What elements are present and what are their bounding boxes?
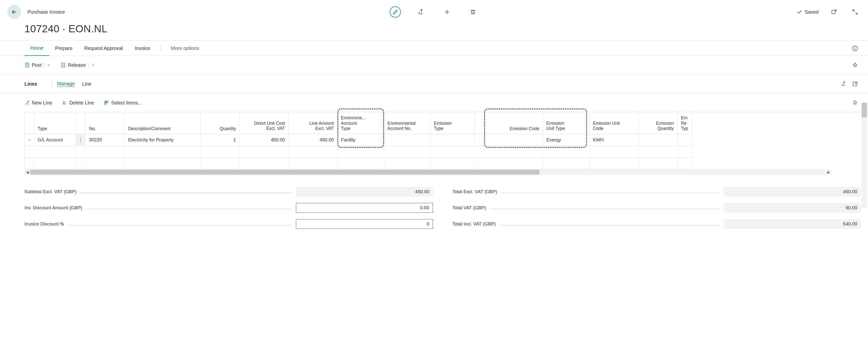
invoice-discount-pct-label: Invoice Discount % [25, 221, 64, 227]
post-label: Post [32, 62, 41, 68]
delete-line-button[interactable]: Delete Line [62, 100, 94, 106]
pin-rowtoolbar[interactable] [849, 97, 861, 108]
share-lines-icon[interactable] [838, 78, 849, 90]
scroll-thumb[interactable] [30, 170, 539, 175]
svg-rect-21 [106, 101, 108, 102]
back-button[interactable] [7, 5, 21, 19]
total-vat-label: Total VAT (GBP) [453, 205, 486, 211]
cell-em-re[interactable] [678, 134, 692, 146]
scroll-right-icon[interactable]: ▶ [826, 170, 832, 174]
row-indicator[interactable]: → [25, 134, 34, 146]
maximize-lines-icon[interactable] [849, 78, 861, 90]
table-row[interactable] [25, 157, 34, 169]
col-em-re[interactable]: Em Re Typ [678, 112, 692, 134]
tab-invoice[interactable]: Invoice [129, 41, 156, 56]
vscroll-thumb[interactable] [862, 103, 867, 117]
pop-out-button[interactable] [828, 6, 840, 18]
cell-no[interactable]: 30220 [86, 134, 125, 146]
select-items-button[interactable]: Select items... [104, 100, 142, 106]
tab-home[interactable]: Home [25, 41, 49, 56]
svg-line-5 [856, 12, 857, 14]
grid-hscrollbar[interactable]: ◀ ▶ [25, 169, 832, 175]
delete-button[interactable] [467, 6, 478, 18]
subtotal-excl-vat-label: Subtotal Excl. VAT (GBP) [25, 189, 76, 194]
total-incl-vat-value: 540.00 [724, 219, 861, 229]
svg-line-16 [27, 101, 29, 103]
tab-request-approval[interactable]: Request Approval [79, 41, 129, 56]
col-emission-code[interactable]: Emission Code [474, 112, 543, 134]
svg-rect-3 [832, 10, 835, 14]
saved-indicator: Saved [797, 9, 818, 15]
inv-discount-amount-field[interactable]: 0.00 [296, 203, 433, 213]
total-vat-value: 90.00 [724, 203, 861, 213]
select-items-label: Select items... [111, 100, 142, 106]
scroll-left-icon[interactable]: ◀ [25, 170, 30, 174]
cell-description[interactable]: Electricity for Property [125, 134, 200, 146]
lines-grid: Type No. Description/Comment Quantity Di… [25, 112, 692, 169]
divider [52, 81, 52, 87]
svg-rect-20 [105, 101, 106, 102]
svg-line-14 [855, 83, 856, 84]
cell-line-amount[interactable]: 450.00 [288, 134, 338, 146]
total-excl-vat-label: Total Excl. VAT (GBP) [453, 189, 497, 194]
lines-title: Lines [25, 81, 37, 87]
new-line-label: New Line [32, 100, 52, 106]
pin-actionbar[interactable] [849, 59, 861, 71]
col-emission-qty[interactable]: Emission Quantity [638, 112, 678, 134]
row-more-icon[interactable] [76, 134, 86, 146]
svg-line-4 [853, 10, 855, 11]
col-rowactions [76, 112, 86, 134]
svg-rect-12 [62, 63, 65, 67]
edit-button[interactable] [390, 6, 401, 18]
col-emission-type[interactable]: Emission Type [430, 112, 474, 134]
col-line-amount[interactable]: Line Amount Excl. VAT [288, 112, 338, 134]
svg-point-23 [80, 138, 81, 138]
subtotal-excl-vat-value: 450.00 [296, 187, 433, 197]
svg-rect-22 [105, 103, 106, 104]
col-env-acct-no[interactable]: Environmental Account No. [384, 112, 430, 134]
col-emission-unit-type[interactable]: Emission Unit Type [543, 112, 589, 134]
share-button[interactable] [415, 6, 427, 18]
collapse-button[interactable] [849, 6, 861, 18]
cell-emission-type[interactable] [430, 134, 474, 146]
cell-direct-unit-cost[interactable]: 450.00 [240, 134, 288, 146]
col-env-acct-type[interactable]: Environme... Account Type [338, 112, 384, 134]
total-incl-vat-label: Total Incl. VAT (GBP) [453, 221, 496, 227]
col-quantity[interactable]: Quantity [200, 112, 240, 134]
release-action[interactable]: Release | [60, 62, 95, 68]
total-excl-vat-value: 450.00 [724, 187, 861, 197]
cell-emission-qty[interactable] [638, 134, 678, 146]
cell-emission-unit-type[interactable]: Energy [543, 134, 589, 146]
col-direct-unit-cost[interactable]: Direct Unit Cost Excl. VAT [240, 112, 288, 134]
svg-point-24 [80, 139, 81, 140]
cell-emission-code[interactable] [474, 134, 543, 146]
more-options[interactable]: More options [165, 41, 205, 56]
tab-prepare[interactable]: Prepare [49, 41, 78, 56]
invoice-discount-pct-field[interactable]: 0 [296, 219, 433, 229]
cell-env-acct-no[interactable] [384, 134, 430, 146]
cell-type[interactable]: G/L Account [34, 134, 76, 146]
table-row[interactable] [25, 146, 34, 157]
new-line-button[interactable]: New Line [25, 100, 52, 106]
info-icon[interactable] [849, 43, 861, 54]
col-emission-unit-code[interactable]: Emission Unit Code [589, 112, 638, 134]
col-type[interactable]: Type [34, 112, 76, 134]
cell-quantity[interactable]: 1 [200, 134, 240, 146]
inv-discount-amount-label: Inv. Discount Amount (GBP) [25, 205, 82, 211]
nav-divider [160, 45, 161, 52]
post-action[interactable]: Post | [25, 62, 51, 68]
col-no[interactable]: No. [86, 112, 125, 134]
col-select [25, 112, 34, 134]
breadcrumb: Purchase Invoice [27, 9, 65, 15]
new-button[interactable] [441, 6, 453, 18]
page-vscrollbar[interactable] [862, 103, 867, 208]
col-description[interactable]: Description/Comment [125, 112, 200, 134]
nav-tabs: Home Prepare Request Approval Invoice Mo… [0, 40, 868, 56]
saved-label: Saved [805, 9, 818, 15]
lines-manage[interactable]: Manage [57, 81, 74, 87]
lines-line[interactable]: Line [82, 81, 91, 87]
cell-emission-unit-code[interactable]: KWH [589, 134, 638, 146]
delete-line-label: Delete Line [69, 100, 94, 106]
page-title: 107240 · EON.NL [0, 21, 868, 40]
cell-env-acct-type[interactable]: Facility [338, 134, 384, 146]
